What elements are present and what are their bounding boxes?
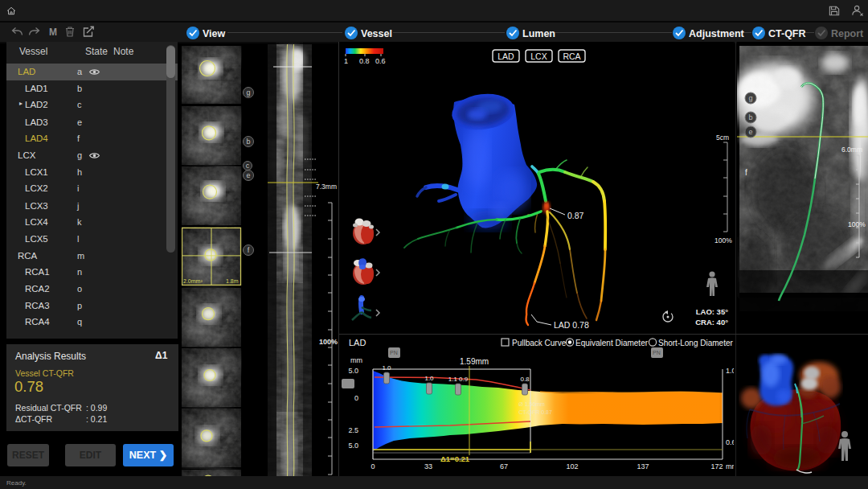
svg-text:Ø 1.56mm: Ø 1.56mm <box>518 401 545 407</box>
svg-text:1.0: 1.0 <box>424 375 434 382</box>
svg-text:1.59mm: 1.59mm <box>460 357 489 366</box>
svg-text:g: g <box>748 94 752 102</box>
svg-text:0.8: 0.8 <box>520 376 530 383</box>
svg-text:5.0: 5.0 <box>348 442 358 450</box>
svg-text:Adjustment: Adjustment <box>689 28 745 39</box>
svg-text:2.0mm²: 2.0mm² <box>183 278 203 284</box>
svg-text:LAD: LAD <box>349 338 366 347</box>
svg-text:5.0: 5.0 <box>348 367 358 375</box>
svg-text:1.0: 1.0 <box>382 364 391 372</box>
svg-text:2.5: 2.5 <box>348 426 358 434</box>
svg-text:33: 33 <box>424 462 432 471</box>
svg-text:e: e <box>748 128 752 136</box>
svg-text:LCX: LCX <box>530 51 547 61</box>
svg-text:Report: Report <box>831 28 864 39</box>
svg-text:0.6: 0.6 <box>726 438 734 446</box>
svg-text:RCA: RCA <box>563 51 580 61</box>
svg-text:102: 102 <box>566 462 578 471</box>
svg-text:PN: PN <box>653 350 661 355</box>
svg-text:c: c <box>246 162 250 170</box>
svg-text:CRA: 40°: CRA: 40° <box>695 318 728 327</box>
svg-text:0.6: 0.6 <box>375 57 386 65</box>
svg-text:7.3mm: 7.3mm <box>316 183 337 191</box>
svg-text:mm: mm <box>726 462 734 471</box>
svg-text:0.8: 0.8 <box>359 57 370 65</box>
svg-text:Short-Long Diameter: Short-Long Diameter <box>658 339 733 347</box>
svg-text:Pullback Curve: Pullback Curve <box>512 339 567 347</box>
svg-text:Δ1=0.21: Δ1=0.21 <box>440 454 470 463</box>
svg-text:1: 1 <box>344 57 348 65</box>
svg-text:100%: 100% <box>848 220 866 228</box>
svg-text:LAD: LAD <box>497 51 514 61</box>
svg-text:g: g <box>246 88 250 97</box>
svg-text:Equivalent Diameter: Equivalent Diameter <box>575 339 649 347</box>
svg-text:CT-QFR 0.87: CT-QFR 0.87 <box>518 409 552 416</box>
svg-text:mm: mm <box>350 356 362 364</box>
svg-text:LAO: 35°: LAO: 35° <box>696 307 728 316</box>
svg-text:Lumen: Lumen <box>522 28 555 39</box>
svg-text:100%: 100% <box>319 338 338 346</box>
svg-text:Vessel: Vessel <box>361 28 392 39</box>
svg-text:b: b <box>246 138 250 146</box>
svg-text:1.0: 1.0 <box>726 367 734 375</box>
svg-text:e: e <box>246 171 250 179</box>
svg-text:CT-QFR: CT-QFR <box>768 28 806 39</box>
svg-text:172: 172 <box>710 462 723 471</box>
svg-text:6.0mm: 6.0mm <box>841 146 862 154</box>
svg-text:137: 137 <box>637 462 649 471</box>
svg-text:f: f <box>745 168 747 177</box>
svg-text:View: View <box>203 28 226 39</box>
svg-text:67: 67 <box>500 462 508 471</box>
svg-text:100%: 100% <box>714 236 732 244</box>
svg-text:1.8m: 1.8m <box>226 278 239 284</box>
svg-text:LAD 0.78: LAD 0.78 <box>554 320 589 330</box>
svg-text:0: 0 <box>354 394 358 402</box>
svg-text:0.87: 0.87 <box>567 211 584 220</box>
svg-text:M: M <box>49 27 57 38</box>
svg-text:PN: PN <box>390 350 398 355</box>
svg-text:1.1 0.9: 1.1 0.9 <box>448 376 469 383</box>
svg-text:5cm: 5cm <box>716 134 729 142</box>
svg-text:b: b <box>748 113 752 121</box>
svg-text:0: 0 <box>371 462 375 471</box>
